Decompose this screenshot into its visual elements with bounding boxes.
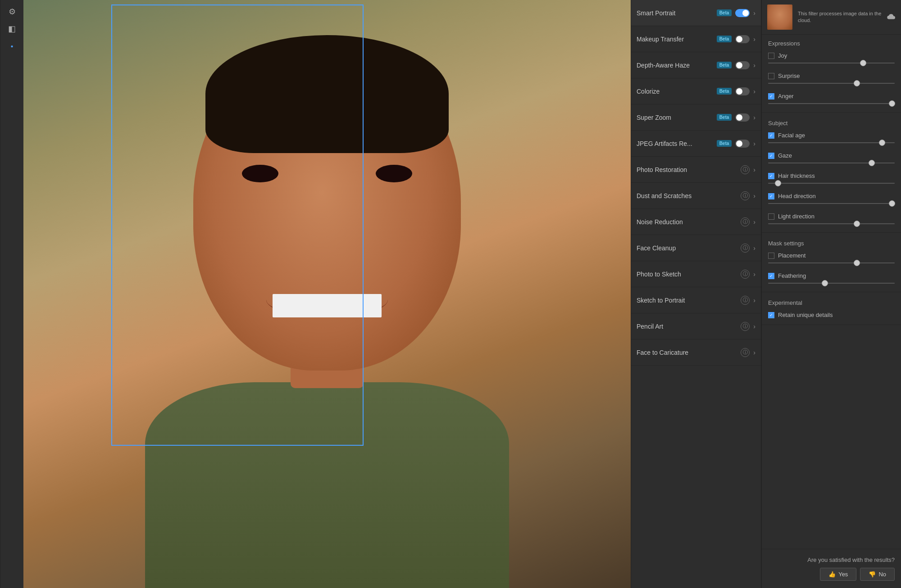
filter-info-icon[interactable]: ⓘ [741, 348, 750, 357]
setting-label-row: Feathering [768, 272, 895, 279]
filter-info-icon[interactable]: ⓘ [741, 244, 750, 253]
filter-chevron[interactable]: › [753, 166, 755, 173]
filter-chevron[interactable]: › [753, 140, 755, 147]
filter-item[interactable]: Depth-Aware HazeBeta› [631, 52, 761, 78]
setting-checkbox[interactable] [768, 253, 774, 259]
filter-chevron[interactable]: › [753, 9, 755, 17]
setting-label-row: Light direction [768, 213, 895, 220]
slider-knob[interactable] [854, 221, 860, 227]
filter-item[interactable]: Face Cleanupⓘ› [631, 235, 761, 261]
filter-item[interactable]: Dust and Scratchesⓘ› [631, 183, 761, 209]
filter-item[interactable]: Noise Reductionⓘ› [631, 209, 761, 235]
setting-row: Head direction [762, 190, 901, 210]
filter-badge: Beta [717, 114, 732, 121]
filter-item[interactable]: Makeup TransferBeta› [631, 26, 761, 52]
filter-toggle[interactable] [735, 35, 750, 43]
setting-checkbox[interactable] [768, 213, 774, 220]
filter-info-icon[interactable]: ⓘ [741, 165, 750, 174]
setting-checkbox[interactable] [768, 73, 774, 79]
slider-track[interactable] [768, 63, 895, 63]
section-header: Mask settings [762, 235, 901, 249]
setting-row: Facial age [762, 129, 901, 149]
filter-chevron[interactable]: › [753, 271, 755, 278]
slider-track[interactable] [768, 83, 895, 84]
filter-item[interactable]: ColorizeBeta› [631, 78, 761, 104]
filter-chevron[interactable]: › [753, 297, 755, 304]
slider-track[interactable] [768, 183, 895, 184]
filter-item[interactable]: Photo Restorationⓘ› [631, 157, 761, 183]
satisfaction-buttons: 👍 Yes 👎 No [768, 568, 895, 581]
filter-toggle[interactable] [735, 61, 750, 69]
slider-track[interactable] [768, 223, 895, 224]
filter-info-icon[interactable]: ⓘ [741, 217, 750, 226]
setting-checkbox[interactable] [768, 312, 774, 318]
slider-track[interactable] [768, 142, 895, 143]
setting-label-row: Placement [768, 252, 895, 259]
filter-item[interactable]: JPEG Artifacts Re...Beta› [631, 131, 761, 157]
setting-label: Surprise [778, 72, 800, 79]
layers-icon[interactable]: ◧ [3, 21, 21, 37]
filter-toggle[interactable] [735, 140, 750, 148]
filter-chevron[interactable]: › [753, 114, 755, 121]
setting-checkbox[interactable] [768, 53, 774, 59]
filter-info-icon[interactable]: ⓘ [741, 191, 750, 200]
setting-label: Joy [778, 52, 787, 59]
setting-label: Feathering [778, 272, 806, 279]
slider-track[interactable] [768, 283, 895, 284]
filter-chevron[interactable]: › [753, 192, 755, 199]
filter-info-icon[interactable]: ⓘ [741, 270, 750, 279]
filter-chevron[interactable]: › [753, 218, 755, 226]
filter-name: Sketch to Portrait [637, 297, 741, 304]
filter-gallery-icon[interactable]: ⚙ [3, 4, 21, 20]
setting-checkbox[interactable] [768, 153, 774, 159]
filter-chevron[interactable]: › [753, 244, 755, 252]
filter-chevron[interactable]: › [753, 323, 755, 330]
filter-toggle[interactable] [735, 9, 750, 17]
slider-track[interactable] [768, 163, 895, 163]
yes-button[interactable]: 👍 Yes [820, 568, 856, 581]
setting-row: Feathering [762, 270, 901, 290]
slider-knob[interactable] [889, 200, 895, 207]
filter-badge: Beta [717, 88, 732, 95]
slider-knob[interactable] [860, 60, 866, 66]
filter-toggle[interactable] [735, 87, 750, 95]
filter-info-icon[interactable]: ⓘ [741, 296, 750, 305]
setting-checkbox[interactable] [768, 132, 774, 139]
filter-toggle[interactable] [735, 113, 750, 122]
filter-toggle-knob [742, 10, 749, 16]
settings-section: Experimental Retain unique details [762, 294, 901, 325]
slider-knob[interactable] [775, 180, 781, 186]
filter-name: Face Cleanup [637, 244, 741, 252]
filter-item[interactable]: Sketch to Portraitⓘ› [631, 287, 761, 313]
slider-knob[interactable] [889, 100, 895, 107]
satisfaction-question: Are you satisfied with the results? [768, 556, 895, 563]
filter-item[interactable]: Face to Caricatureⓘ› [631, 339, 761, 366]
slider-knob[interactable] [822, 280, 828, 286]
settings-section: Subject Facial age Gaze Hair thickness [762, 114, 901, 233]
setting-checkbox[interactable] [768, 193, 774, 199]
filter-chevron[interactable]: › [753, 62, 755, 69]
filter-badge: Beta [717, 62, 732, 68]
setting-checkbox[interactable] [768, 93, 774, 100]
filter-item[interactable]: Pencil Artⓘ› [631, 313, 761, 339]
settings-divider [762, 292, 901, 292]
filter-chevron[interactable]: › [753, 349, 755, 356]
section-header: Expressions [762, 35, 901, 50]
filter-chevron[interactable]: › [753, 88, 755, 95]
no-button[interactable]: 👎 No [860, 568, 895, 581]
setting-checkbox[interactable] [768, 173, 774, 179]
slider-knob[interactable] [854, 80, 860, 86]
left-toolbar: ⚙ ◧ ● [0, 0, 23, 588]
setting-checkbox[interactable] [768, 273, 774, 279]
slider-knob[interactable] [879, 140, 885, 146]
filter-item[interactable]: Super ZoomBeta› [631, 104, 761, 131]
filter-item[interactable]: Photo to Sketchⓘ› [631, 261, 761, 287]
slider-track[interactable] [768, 203, 895, 204]
slider-knob[interactable] [854, 260, 860, 266]
filter-item[interactable]: Smart PortraitBeta› [631, 0, 761, 26]
slider-knob[interactable] [869, 160, 875, 166]
filter-chevron[interactable]: › [753, 36, 755, 43]
slider-track[interactable] [768, 103, 895, 104]
slider-track[interactable] [768, 262, 895, 263]
filter-info-icon[interactable]: ⓘ [741, 322, 750, 331]
